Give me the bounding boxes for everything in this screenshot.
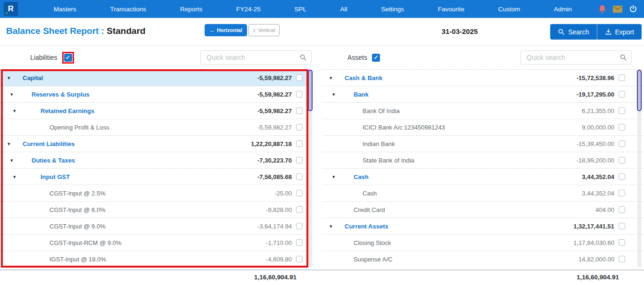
- caret-down-icon[interactable]: ▾: [332, 92, 335, 97]
- caret-down-icon[interactable]: ▾: [330, 75, 332, 81]
- nav-item[interactable]: Favourite: [438, 6, 464, 13]
- account-label[interactable]: Credit Card: [354, 206, 385, 213]
- row-checkbox[interactable]: [619, 206, 625, 213]
- caret-down-icon[interactable]: ▾: [332, 174, 335, 179]
- power-icon[interactable]: [629, 5, 637, 13]
- row-checkbox[interactable]: [619, 256, 625, 262]
- caret-down-icon[interactable]: ▾: [10, 92, 13, 97]
- row-checkbox[interactable]: [296, 140, 303, 147]
- account-label[interactable]: Current Assets: [345, 223, 388, 230]
- mail-icon[interactable]: [613, 6, 622, 13]
- tree-row[interactable]: ▾ Bank -19,17,295.00: [322, 86, 644, 103]
- tree-row[interactable]: ▾ Opening Profit & Loss -5,59,982.27: [0, 119, 312, 136]
- nav-item[interactable]: All: [340, 6, 347, 13]
- horizontal-view-button[interactable]: ↔ Horizontal: [205, 24, 247, 36]
- nav-item[interactable]: FY24-25: [236, 6, 261, 13]
- nav-item[interactable]: Custom: [498, 6, 520, 13]
- tree-row[interactable]: ▾ CGST-Input @ 2.5% -25.00: [0, 185, 312, 202]
- tree-row[interactable]: ▾ Cash & Bank -15,72,538.96: [322, 70, 644, 86]
- row-checkbox[interactable]: [619, 124, 625, 130]
- tree-row[interactable]: ▾ Cash 3,44,352.04: [322, 185, 644, 202]
- vertical-view-button[interactable]: ↕ Vertical: [248, 24, 280, 36]
- account-label[interactable]: Suspense A/C: [354, 256, 392, 263]
- row-checkbox[interactable]: [619, 74, 625, 81]
- account-label[interactable]: CGST-Input-RCM @ 9.0%: [50, 239, 122, 246]
- account-label[interactable]: CGST-Input @ 9.0%: [50, 223, 106, 230]
- account-label[interactable]: Cash: [354, 173, 369, 180]
- account-label[interactable]: Reserves & Surplus: [32, 91, 90, 98]
- assets-checkbox[interactable]: ✓: [372, 54, 380, 62]
- tree-row[interactable]: ▾ Suspense A/C 14,82,000.00: [322, 251, 644, 267]
- row-checkbox[interactable]: [296, 239, 303, 246]
- account-label[interactable]: Bank Of India: [363, 107, 400, 114]
- nav-item[interactable]: Admin: [554, 6, 572, 13]
- row-checkbox[interactable]: [296, 190, 303, 196]
- export-button[interactable]: Export: [597, 24, 642, 40]
- liabilities-checkbox[interactable]: ✓: [64, 54, 72, 62]
- account-label[interactable]: Closing Stock: [354, 239, 391, 246]
- caret-down-icon[interactable]: ▾: [13, 108, 16, 114]
- row-checkbox[interactable]: [619, 223, 625, 229]
- account-label[interactable]: CGST-Input @ 6.0%: [50, 206, 106, 213]
- tree-row[interactable]: ▾ Retained Earnings -5,59,982.27: [0, 103, 312, 119]
- tree-row[interactable]: ▾ Indian Bank -15,39,450.00: [322, 136, 644, 152]
- row-checkbox[interactable]: [296, 107, 303, 114]
- row-checkbox[interactable]: [619, 190, 625, 196]
- caret-down-icon[interactable]: ▾: [10, 158, 13, 163]
- account-label[interactable]: CGST-Input @ 2.5%: [50, 190, 106, 197]
- tree-row[interactable]: ▾ IGST-Input @ 18.0% -4,609.80: [0, 251, 312, 267]
- tree-row[interactable]: ▾ Duties & Taxes -7,30,223.70: [0, 152, 312, 169]
- notification-bell-icon[interactable]: [598, 5, 606, 14]
- tree-row[interactable]: ▾ ICICI Bank A/c 123450981243 9,00,000.0…: [322, 119, 644, 136]
- account-label[interactable]: Bank: [354, 91, 369, 98]
- row-checkbox[interactable]: [619, 157, 625, 163]
- tree-row[interactable]: ▾ Cash 3,44,352.04: [322, 169, 644, 185]
- assets-quick-search-input[interactable]: [520, 50, 632, 65]
- account-label[interactable]: Retained Earnings: [41, 107, 94, 114]
- caret-down-icon[interactable]: ▾: [13, 174, 16, 179]
- row-checkbox[interactable]: [296, 157, 303, 163]
- account-label[interactable]: ICICI Bank A/c 123450981243: [363, 124, 445, 131]
- account-label[interactable]: Indian Bank: [363, 140, 395, 147]
- row-checkbox[interactable]: [296, 74, 303, 81]
- nav-item[interactable]: Masters: [54, 6, 76, 13]
- caret-down-icon[interactable]: ▾: [8, 75, 10, 81]
- account-label[interactable]: Input GST: [41, 173, 70, 180]
- nav-item[interactable]: Settings: [381, 6, 404, 13]
- liabilities-scrollbar-thumb[interactable]: [308, 70, 313, 111]
- tree-row[interactable]: ▾ Reserves & Surplus -5,59,982.27: [0, 86, 312, 103]
- search-icon[interactable]: [619, 54, 627, 63]
- row-checkbox[interactable]: [296, 256, 303, 262]
- tree-row[interactable]: ▾ CGST-Input-RCM @ 9.0% -1,710.00: [0, 235, 312, 251]
- tree-row[interactable]: ▾ Current Liabilities 1,22,20,887.18: [0, 136, 312, 152]
- caret-down-icon[interactable]: ▾: [330, 224, 332, 229]
- tree-row[interactable]: ▾ Input GST -7,56,085.68: [0, 169, 312, 185]
- row-checkbox[interactable]: [296, 223, 303, 229]
- nav-item[interactable]: SPL: [294, 6, 306, 13]
- account-label[interactable]: IGST-Input @ 18.0%: [50, 256, 106, 263]
- account-label[interactable]: State Bank of India: [363, 157, 414, 164]
- account-label[interactable]: Cash & Bank: [345, 74, 382, 81]
- row-checkbox[interactable]: [296, 91, 303, 98]
- account-label[interactable]: Current Liabilities: [23, 140, 75, 147]
- row-checkbox[interactable]: [619, 239, 625, 246]
- row-checkbox[interactable]: [619, 107, 625, 114]
- tree-row[interactable]: ▾ CGST-Input @ 6.0% -9,828.00: [0, 202, 312, 218]
- tree-row[interactable]: ▾ Capital -5,59,982.27: [0, 70, 312, 86]
- search-button[interactable]: Search: [550, 24, 597, 40]
- tree-row[interactable]: ▾ CGST-Input @ 9.0% -3,64,174.94: [0, 218, 312, 235]
- row-checkbox[interactable]: [296, 206, 303, 213]
- row-checkbox[interactable]: [619, 91, 625, 98]
- tree-row[interactable]: ▾ Current Assets 1,32,17,441.51: [322, 218, 644, 235]
- nav-item[interactable]: Reports: [180, 6, 202, 13]
- account-label[interactable]: Duties & Taxes: [32, 157, 75, 164]
- row-checkbox[interactable]: [296, 173, 303, 180]
- tree-row[interactable]: ▾ Bank Of India 6,21,355.00: [322, 103, 644, 119]
- tree-row[interactable]: ▾ Credit Card 404.00: [322, 202, 644, 218]
- caret-down-icon[interactable]: ▾: [8, 141, 10, 147]
- row-checkbox[interactable]: [296, 124, 303, 130]
- row-checkbox[interactable]: [619, 140, 625, 147]
- search-icon[interactable]: [299, 54, 307, 63]
- liabilities-quick-search-input[interactable]: [200, 50, 312, 65]
- tree-row[interactable]: ▾ Closing Stock 1,17,84,030.60: [322, 235, 644, 251]
